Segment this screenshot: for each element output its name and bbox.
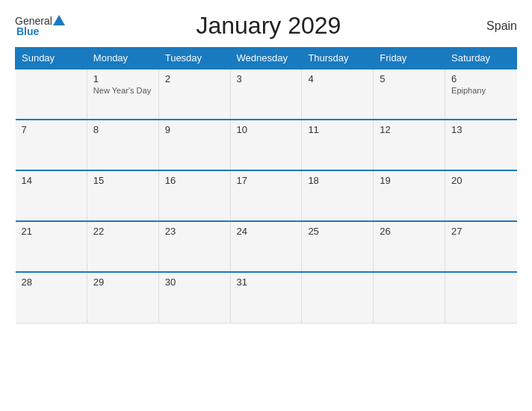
day-number: 10 — [237, 124, 296, 135]
calendar-cell: 1New Year's Day — [87, 69, 158, 120]
day-number: 26 — [380, 226, 439, 237]
day-number: 20 — [451, 175, 510, 186]
col-tuesday: Tuesday — [158, 48, 230, 69]
day-number: 3 — [237, 73, 296, 84]
calendar-cell: 26 — [374, 221, 445, 272]
calendar-cell: 16 — [158, 170, 230, 221]
day-number: 13 — [451, 124, 510, 135]
calendar-week-row: 21222324252627 — [16, 221, 517, 272]
day-number: 24 — [237, 226, 296, 237]
day-number: 4 — [308, 73, 367, 84]
calendar-cell — [445, 272, 517, 323]
country-label: Spain — [472, 19, 517, 33]
day-number: 17 — [237, 175, 296, 186]
calendar-cell: 6Epiphany — [445, 69, 517, 120]
calendar-cell — [374, 272, 445, 323]
calendar-header: General Blue January 2029 Spain — [15, 12, 517, 40]
day-number: 22 — [93, 226, 152, 237]
calendar-cell: 22 — [87, 221, 158, 272]
col-thursday: Thursday — [302, 48, 374, 69]
calendar-cell: 19 — [374, 170, 445, 221]
day-number: 7 — [22, 124, 81, 135]
day-number: 9 — [165, 124, 224, 135]
calendar-cell: 27 — [445, 221, 517, 272]
day-number: 12 — [380, 124, 439, 135]
day-number: 21 — [22, 226, 81, 237]
calendar-cell: 9 — [158, 120, 230, 170]
day-number: 6 — [451, 73, 510, 84]
calendar-cell: 5 — [374, 69, 445, 120]
calendar-cell: 12 — [374, 120, 445, 170]
day-number: 11 — [308, 124, 367, 135]
col-monday: Monday — [87, 48, 158, 69]
day-number: 29 — [93, 276, 152, 288]
calendar-cell: 14 — [16, 170, 87, 221]
calendar-cell: 13 — [445, 120, 517, 170]
day-number: 1 — [93, 73, 152, 84]
col-wednesday: Wednesday — [230, 48, 302, 69]
day-number: 19 — [380, 175, 439, 186]
calendar-cell: 17 — [230, 170, 302, 221]
day-number: 16 — [165, 175, 224, 186]
day-number: 2 — [165, 73, 224, 84]
calendar-cell: 8 — [87, 120, 158, 170]
day-number: 14 — [22, 175, 81, 186]
calendar-cell: 15 — [87, 170, 158, 221]
calendar-week-row: 78910111213 — [16, 120, 517, 170]
calendar-cell: 23 — [158, 221, 230, 272]
col-friday: Friday — [374, 48, 445, 69]
calendar-body: 1New Year's Day23456Epiphany789101112131… — [16, 69, 517, 323]
calendar-week-row: 14151617181920 — [16, 170, 517, 221]
col-sunday: Sunday — [16, 48, 87, 69]
day-number: 18 — [308, 175, 367, 186]
col-saturday: Saturday — [445, 48, 517, 69]
day-number: 23 — [165, 226, 224, 237]
calendar-cell: 2 — [158, 69, 230, 120]
holiday-label: New Year's Day — [93, 86, 152, 95]
calendar-header-row: Sunday Monday Tuesday Wednesday Thursday… — [16, 48, 517, 69]
calendar-cell — [302, 272, 374, 323]
day-number: 30 — [165, 276, 224, 288]
day-number: 27 — [451, 226, 510, 237]
calendar-cell — [16, 69, 87, 120]
logo-blue: Blue — [15, 25, 39, 37]
calendar-week-row: 1New Year's Day23456Epiphany — [16, 69, 517, 120]
logo-triangle-icon — [53, 15, 65, 25]
calendar-cell: 31 — [230, 272, 302, 323]
day-number: 15 — [93, 175, 152, 186]
day-number: 31 — [237, 276, 296, 288]
day-number: 28 — [22, 276, 81, 288]
logo: General Blue — [15, 15, 65, 37]
calendar-cell: 7 — [16, 120, 87, 170]
day-number: 25 — [308, 226, 367, 237]
calendar-cell: 4 — [302, 69, 374, 120]
calendar-cell: 21 — [16, 221, 87, 272]
calendar-cell: 11 — [302, 120, 374, 170]
calendar-cell: 10 — [230, 120, 302, 170]
calendar-cell: 24 — [230, 221, 302, 272]
calendar-cell: 3 — [230, 69, 302, 120]
calendar-week-row: 28293031 — [16, 272, 517, 323]
calendar-title: January 2029 — [65, 12, 472, 40]
calendar-cell: 29 — [87, 272, 158, 323]
calendar-cell: 18 — [302, 170, 374, 221]
calendar-cell: 20 — [445, 170, 517, 221]
day-number: 5 — [380, 73, 439, 84]
holiday-label: Epiphany — [451, 86, 510, 95]
calendar-cell: 25 — [302, 221, 374, 272]
calendar-table: Sunday Monday Tuesday Wednesday Thursday… — [15, 47, 517, 324]
calendar-cell: 30 — [158, 272, 230, 323]
calendar-cell: 28 — [16, 272, 87, 323]
day-number: 8 — [93, 124, 152, 135]
calendar-page: General Blue January 2029 Spain Sunday M… — [0, 0, 532, 411]
